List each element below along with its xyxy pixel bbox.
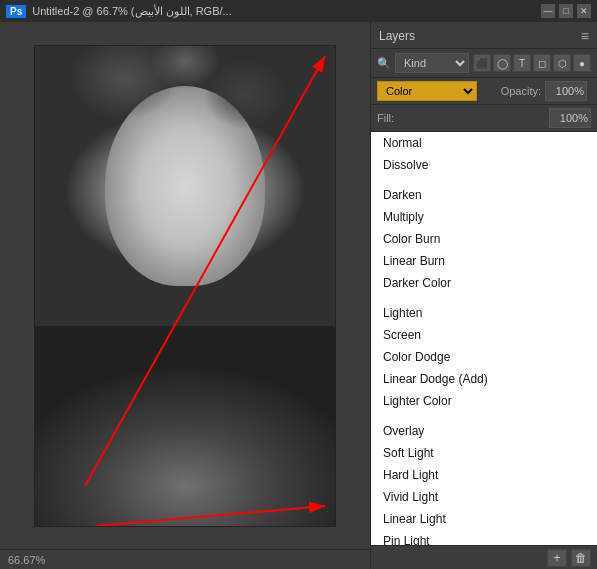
menu-item-lighter-color[interactable]: Lighter Color bbox=[371, 390, 597, 412]
filter-shape-icon[interactable]: ◻ bbox=[533, 54, 551, 72]
opacity-input[interactable] bbox=[545, 81, 587, 101]
layers-menu-icon[interactable]: ≡ bbox=[581, 28, 589, 44]
status-bar: 66.67% bbox=[0, 549, 370, 569]
filter-row: 🔍 Kind ⬛ ◯ T ◻ ⬡ ● bbox=[371, 49, 597, 78]
menu-item-lighten[interactable]: Lighten bbox=[371, 302, 597, 324]
blend-mode-dropdown[interactable]: Color Normal Dissolve Multiply Screen Ov… bbox=[377, 81, 477, 101]
photo-flowers bbox=[35, 46, 335, 206]
close-button[interactable]: ✕ bbox=[577, 4, 591, 18]
minimize-button[interactable]: — bbox=[541, 4, 555, 18]
blend-mode-row: Color Normal Dissolve Multiply Screen Ov… bbox=[371, 78, 597, 105]
menu-item-dissolve[interactable]: Dissolve bbox=[371, 154, 597, 176]
maximize-button[interactable]: □ bbox=[559, 4, 573, 18]
menu-item-soft-light[interactable]: Soft Light bbox=[371, 442, 597, 464]
separator-3 bbox=[371, 412, 597, 420]
menu-item-color-dodge[interactable]: Color Dodge bbox=[371, 346, 597, 368]
menu-item-pin-light[interactable]: Pin Light bbox=[371, 530, 597, 545]
menu-item-screen[interactable]: Screen bbox=[371, 324, 597, 346]
menu-item-linear-dodge[interactable]: Linear Dodge (Add) bbox=[371, 368, 597, 390]
add-layer-button[interactable]: + bbox=[547, 549, 567, 567]
image-container bbox=[34, 45, 336, 527]
menu-item-hard-light[interactable]: Hard Light bbox=[371, 464, 597, 486]
fill-row: Fill: bbox=[371, 105, 597, 132]
layers-panel: Layers ≡ 🔍 Kind ⬛ ◯ T ◻ ⬡ ● Color Normal bbox=[370, 22, 597, 569]
filter-adjustment-icon[interactable]: ◯ bbox=[493, 54, 511, 72]
main-content: 66.67% Layers ≡ 🔍 Kind ⬛ ◯ T ◻ ⬡ ● bbox=[0, 22, 597, 569]
menu-item-color-burn[interactable]: Color Burn bbox=[371, 228, 597, 250]
zoom-level: 66.67% bbox=[8, 554, 45, 566]
title-bar-controls: — □ ✕ bbox=[541, 4, 591, 18]
filter-icons: ⬛ ◯ T ◻ ⬡ ● bbox=[473, 54, 591, 72]
filter-smart-icon[interactable]: ⬡ bbox=[553, 54, 571, 72]
filter-pixel-icon[interactable]: ⬛ bbox=[473, 54, 491, 72]
filter-search-icon: 🔍 bbox=[377, 57, 391, 70]
filter-kind-dropdown[interactable]: Kind bbox=[395, 53, 469, 73]
separator-1 bbox=[371, 176, 597, 184]
blend-mode-menu: Normal Dissolve Darken Multiply Color Bu… bbox=[371, 132, 597, 545]
fill-input[interactable] bbox=[549, 108, 591, 128]
title-bar: Ps Untitled-2 @ 66.7% (اللون الأبيض, RGB… bbox=[0, 0, 597, 22]
photo-canvas bbox=[35, 46, 335, 526]
menu-item-darken[interactable]: Darken bbox=[371, 184, 597, 206]
layers-header: Layers ≡ bbox=[371, 22, 597, 49]
blend-dropdown-overlay: Normal Dissolve Darken Multiply Color Bu… bbox=[371, 132, 597, 545]
delete-layer-button[interactable]: 🗑 bbox=[571, 549, 591, 567]
separator-2 bbox=[371, 294, 597, 302]
menu-item-normal[interactable]: Normal bbox=[371, 132, 597, 154]
ps-icon: Ps bbox=[6, 5, 26, 18]
canvas-area: 66.67% bbox=[0, 22, 370, 569]
fill-label: Fill: bbox=[377, 112, 437, 124]
photo-bottom bbox=[35, 326, 335, 526]
menu-item-multiply[interactable]: Multiply bbox=[371, 206, 597, 228]
filter-dot-icon[interactable]: ● bbox=[573, 54, 591, 72]
layers-bottom-bar: + 🗑 bbox=[371, 545, 597, 569]
menu-item-linear-burn[interactable]: Linear Burn bbox=[371, 250, 597, 272]
layers-title: Layers bbox=[379, 29, 415, 43]
filter-type-icon[interactable]: T bbox=[513, 54, 531, 72]
canvas-inner bbox=[0, 22, 370, 549]
menu-item-overlay[interactable]: Overlay bbox=[371, 420, 597, 442]
menu-item-linear-light[interactable]: Linear Light bbox=[371, 508, 597, 530]
menu-item-darker-color[interactable]: Darker Color bbox=[371, 272, 597, 294]
title-bar-text: Untitled-2 @ 66.7% (اللون الأبيض, RGB/..… bbox=[32, 5, 541, 18]
opacity-label: Opacity: bbox=[501, 85, 541, 97]
menu-item-vivid-light[interactable]: Vivid Light bbox=[371, 486, 597, 508]
